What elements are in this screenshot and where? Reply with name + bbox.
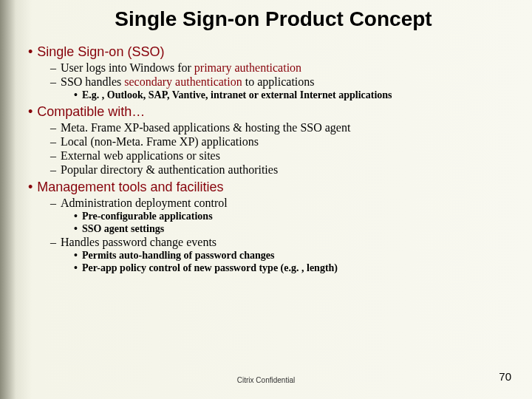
text: SSO handles [61, 75, 124, 88]
mgmt-agent-settings: •SSO agent settings [74, 223, 510, 235]
text: Per-app policy control of new password t… [82, 262, 338, 273]
sub-secondary-auth: –SSO handles secondary authentication to… [50, 75, 510, 89]
text: External web applications or sites [61, 149, 220, 162]
mgmt-preconfig: •Pre-configurable applications [74, 211, 510, 222]
bullet-sso: •Single Sign-on (SSO) [28, 44, 510, 60]
compat-web: –External web applications or sites [50, 149, 510, 163]
bullet-management: •Management tools and facilities [28, 180, 510, 195]
text: Pre-configurable applications [82, 211, 213, 222]
text: E.g. , Outlook, SAP, Vantive, intranet o… [82, 89, 392, 100]
compat-directory: –Popular directory & authentication auth… [50, 163, 510, 177]
highlight-primary: primary authentication [194, 61, 301, 74]
compat-metaframe: –Meta. Frame XP-based applications & hos… [50, 121, 510, 134]
highlight-secondary: secondary authentication [124, 75, 242, 88]
bullet-management-text: Management tools and facilities [37, 180, 223, 194]
text: User logs into Windows for [61, 61, 194, 74]
page-number: 70 [499, 370, 511, 383]
sub-primary-auth: –User logs into Windows for primary auth… [50, 61, 510, 75]
mgmt-auto-handle: •Permits auto-handling of password chang… [74, 250, 510, 262]
text: Meta. Frame XP-based applications & host… [61, 121, 350, 134]
bullet-compatible: •Compatible with… [28, 104, 510, 120]
mgmt-password: –Handles password change events [50, 236, 510, 249]
bullet-compatible-text: Compatible with… [37, 104, 145, 119]
compat-local: –Local (non-Meta. Frame XP) applications [50, 135, 510, 149]
text: Handles password change events [61, 236, 216, 248]
example-apps: •E.g. , Outlook, SAP, Vantive, intranet … [74, 89, 510, 101]
bullet-sso-text: Single Sign-on (SSO) [37, 44, 164, 59]
footer-confidential: Citrix Confidential [0, 376, 532, 384]
mgmt-policy: •Per-app policy control of new password … [74, 262, 510, 274]
text: Local (non-Meta. Frame XP) applications [61, 135, 259, 148]
text: to applications [242, 75, 315, 88]
text: Administration deployment control [61, 197, 228, 209]
text: SSO agent settings [82, 223, 164, 234]
slide-title: Single Sign-on Product Concept [0, 0, 532, 41]
slide-content: •Single Sign-on (SSO) –User logs into Wi… [0, 44, 532, 274]
mgmt-admin: –Administration deployment control [50, 197, 510, 210]
text: Permits auto-handling of password change… [82, 250, 275, 261]
text: Popular directory & authentication autho… [61, 163, 278, 176]
